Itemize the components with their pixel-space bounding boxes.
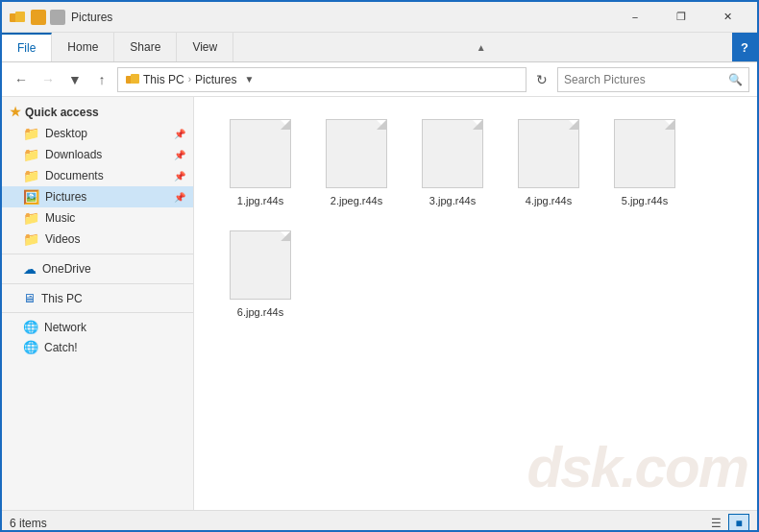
address-folder-icon (126, 73, 139, 86)
file-item[interactable]: 1.jpg.r44s (217, 110, 304, 212)
svg-rect-1 (15, 12, 25, 22)
pin-icon: 📌 (174, 192, 185, 203)
sidebar-divider-3 (2, 312, 193, 313)
sidebar-item-documents[interactable]: 📁 Documents 📌 (2, 165, 193, 186)
file-name: 1.jpg.r44s (237, 194, 283, 207)
file-name: 5.jpg.r44s (622, 194, 668, 207)
window-controls: − ❐ ✕ (613, 2, 749, 33)
file-thumbnail (230, 119, 291, 188)
file-name: 4.jpg.r44s (526, 194, 572, 207)
catch-icon: 🌐 (23, 340, 38, 354)
folder-icon: 📁 (23, 231, 39, 247)
address-bar[interactable]: This PC › Pictures ▼ (117, 67, 526, 92)
minimize-button[interactable]: − (613, 2, 657, 33)
sidebar-item-downloads[interactable]: 📁 Downloads 📌 (2, 144, 193, 165)
svg-rect-0 (10, 13, 16, 22)
tab-home[interactable]: Home (52, 33, 114, 61)
file-name: 2.jpeg.r44s (331, 194, 382, 207)
save-icon[interactable] (31, 10, 46, 25)
address-dropdown-button[interactable]: ▼ (240, 68, 257, 91)
close-button[interactable]: ✕ (705, 2, 749, 33)
sidebar-item-network[interactable]: 🌐 Network (2, 317, 193, 337)
tab-view[interactable]: View (177, 33, 233, 61)
pin-icon: 📌 (174, 171, 185, 181)
sidebar-item-music[interactable]: 📁 Music (2, 207, 193, 229)
file-thumbnail (422, 119, 483, 188)
file-item[interactable]: 6.jpg.r44s (217, 222, 304, 324)
file-thumbnail (230, 230, 291, 300)
sidebar-quick-access[interactable]: ★ Quick access (2, 101, 193, 123)
window-title: Pictures (71, 11, 112, 24)
sidebar-item-catch[interactable]: 🌐 Catch! (2, 337, 193, 357)
ribbon-collapse-chevron[interactable]: ▲ (477, 33, 490, 61)
title-bar-left: Pictures (10, 10, 112, 25)
pin-icon: 📌 (174, 129, 185, 139)
sidebar-item-desktop[interactable]: 📁 Desktop 📌 (2, 123, 193, 144)
view-icons: ☰ ■ (705, 514, 749, 533)
file-item[interactable]: 2.jpeg.r44s (313, 110, 400, 212)
list-view-button[interactable]: ☰ (705, 514, 726, 533)
sidebar-item-thispc[interactable]: 🖥 This PC (2, 288, 193, 308)
ribbon: File Home Share View ▲ ? (2, 33, 757, 62)
sidebar-item-onedrive[interactable]: ☁ OneDrive (2, 258, 193, 279)
content-area: dsk.com 1.jpg.r44s 2.jpeg.r44s 3.jpg.r44… (194, 97, 757, 510)
onedrive-icon: ☁ (23, 261, 37, 277)
status-bar: 6 items ☰ ■ (2, 510, 757, 532)
pin-icon[interactable] (50, 10, 65, 25)
pin-icon: 📌 (174, 150, 185, 160)
watermark: dsk.com (527, 434, 747, 500)
item-count: 6 items (10, 517, 47, 530)
file-thumbnail (518, 119, 579, 188)
file-grid: 1.jpg.r44s 2.jpeg.r44s 3.jpg.r44s 4.jpg.… (213, 107, 738, 328)
network-icon: 🌐 (23, 320, 38, 334)
up-button[interactable]: ↑ (90, 68, 113, 91)
folder-icon: 🖼️ (23, 189, 39, 205)
maximize-button[interactable]: ❐ (659, 2, 703, 33)
file-thumbnail (326, 119, 387, 188)
folder-icon: 📁 (23, 168, 39, 183)
folder-icon: 📁 (23, 210, 39, 226)
back-button[interactable]: ← (10, 68, 33, 91)
star-icon: ★ (10, 105, 21, 119)
address-segment-pictures: Pictures (195, 73, 236, 86)
file-name: 3.jpg.r44s (429, 194, 476, 207)
svg-rect-3 (131, 74, 139, 84)
address-chevron-1: › (188, 74, 191, 85)
large-icons-view-button[interactable]: ■ (728, 514, 749, 533)
search-bar[interactable]: 🔍 (557, 67, 749, 92)
main-area: ★ Quick access 📁 Desktop 📌 📁 Downloads 📌… (2, 97, 757, 510)
folder-icon: 📁 (23, 126, 39, 141)
address-segment-thispc: This PC (143, 73, 184, 86)
forward-button[interactable]: → (37, 68, 60, 91)
file-item[interactable]: 4.jpg.r44s (505, 110, 592, 212)
sidebar-item-videos[interactable]: 📁 Videos (2, 229, 193, 250)
thispc-icon: 🖥 (23, 291, 36, 305)
title-bar: Pictures − ❐ ✕ (2, 2, 757, 33)
quick-tools (31, 10, 65, 25)
ribbon-tabs: File Home Share View ▲ ? (2, 33, 757, 61)
folder-title-icon (10, 10, 25, 25)
folder-icon: 📁 (23, 147, 39, 162)
sidebar-divider-1 (2, 254, 193, 254)
recent-locations-button[interactable]: ▼ (63, 68, 86, 91)
tab-file[interactable]: File (2, 33, 52, 61)
file-name: 6.jpg.r44s (237, 305, 283, 319)
search-icon: 🔍 (728, 73, 743, 86)
sidebar-item-pictures[interactable]: 🖼️ Pictures 📌 (2, 186, 193, 207)
sidebar: ★ Quick access 📁 Desktop 📌 📁 Downloads 📌… (2, 97, 194, 510)
sidebar-divider-2 (2, 283, 193, 284)
file-item[interactable]: 3.jpg.r44s (409, 110, 496, 212)
file-item[interactable]: 5.jpg.r44s (601, 110, 688, 212)
tab-share[interactable]: Share (114, 33, 177, 61)
search-input[interactable] (564, 73, 724, 86)
file-thumbnail (614, 119, 675, 188)
refresh-button[interactable]: ↻ (530, 68, 553, 91)
help-button[interactable]: ? (732, 33, 757, 61)
toolbar: ← → ▼ ↑ This PC › Pictures ▼ ↻ 🔍 (2, 62, 757, 97)
